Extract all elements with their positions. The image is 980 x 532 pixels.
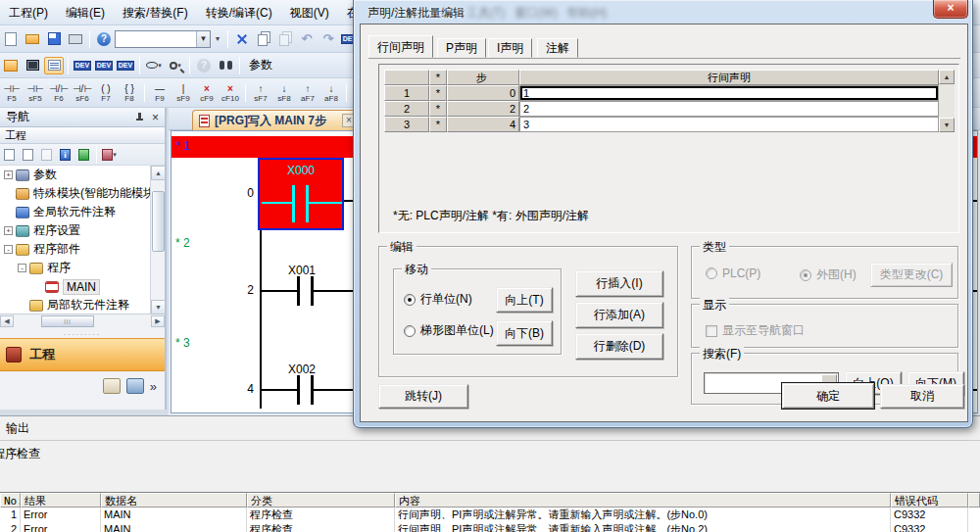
menu-edit[interactable]: 编辑(E): [57, 0, 114, 25]
row-delete-button[interactable]: 行删除(D): [575, 333, 663, 360]
chevron-down-icon[interactable]: ▼: [196, 31, 210, 47]
parallel-closed-contact-button[interactable]: ⊣/⊢sF6: [72, 80, 93, 106]
tree-vertical-scrollbar[interactable]: ▲ ▼: [150, 166, 165, 314]
parallel-falling-pulse-button[interactable]: ↓aF8: [320, 80, 342, 106]
statement-value-input[interactable]: 1: [519, 85, 939, 101]
close-dialog-button[interactable]: ×: [933, 0, 968, 19]
cut-icon[interactable]: [232, 30, 252, 48]
tab-p-statement[interactable]: P声明: [437, 38, 486, 58]
copy-icon[interactable]: [254, 30, 273, 48]
tree-item-program-setting[interactable]: + 程序设置: [0, 221, 165, 240]
menu-project[interactable]: 工程(P): [0, 0, 57, 25]
closed-contact-button[interactable]: ⊣/⊢F6: [48, 80, 70, 106]
ok-button[interactable]: 确定: [782, 383, 874, 409]
cancel-button[interactable]: 取消: [880, 384, 964, 409]
radio-ladder-unit[interactable]: 梯形图单位(L): [404, 322, 494, 339]
grid-row[interactable]: 3 * 4 3 ▼: [384, 117, 955, 132]
close-icon[interactable]: ×: [152, 112, 159, 123]
project-view-button[interactable]: 工程: [0, 338, 165, 371]
horizontal-line-button[interactable]: —F9: [149, 80, 171, 106]
new-file-icon[interactable]: [1, 30, 21, 48]
col-category[interactable]: 分类: [247, 493, 395, 508]
jump-button[interactable]: 跳转(J): [378, 384, 468, 409]
undo-icon[interactable]: ↶: [297, 30, 317, 48]
tree-item-pou[interactable]: - 程序部件: [0, 240, 165, 259]
grid-row[interactable]: 1 * 0 1: [384, 85, 955, 101]
move-down-button[interactable]: 向下(B): [496, 320, 553, 346]
radio-row-unit[interactable]: 行单位(N): [404, 291, 472, 308]
find-icon[interactable]: [216, 57, 235, 74]
move-up-button[interactable]: 向上(T): [496, 287, 553, 313]
row-insert-button[interactable]: 行插入(I): [575, 270, 663, 297]
parallel-rising-pulse-button[interactable]: ↑aF7: [297, 80, 318, 106]
tree-item-global-comment[interactable]: 全局软元件注释: [0, 203, 165, 221]
statement-value-input[interactable]: 2: [519, 101, 939, 117]
table-row[interactable]: 2 Error MAIN 程序检查 行间声明、PI声明或注解异常。请重新输入声明…: [0, 522, 980, 532]
expand-icon[interactable]: +: [4, 226, 13, 235]
print-icon[interactable]: [66, 30, 85, 48]
tab-line-statement[interactable]: 行间声明: [368, 35, 433, 58]
delete-vertical-line-button[interactable]: ×cF10: [220, 80, 241, 106]
expand-icon[interactable]: -: [4, 245, 13, 254]
scroll-down-icon[interactable]: ▼: [151, 300, 166, 314]
scroll-down-icon[interactable]: ▼: [939, 118, 955, 132]
tree-item-program[interactable]: - 程序: [0, 259, 165, 277]
device-display-icon[interactable]: ▾: [144, 57, 164, 74]
col-error-code[interactable]: 错误代码: [891, 493, 968, 508]
connection-destination-icon[interactable]: [126, 378, 144, 394]
scroll-left-icon[interactable]: ◀: [0, 315, 14, 327]
grid-scrollbar-top[interactable]: ▲: [939, 70, 955, 85]
expand-icon[interactable]: -: [18, 264, 26, 272]
scroll-thumb[interactable]: [152, 191, 165, 252]
open-contact-button[interactable]: ⊣⊢F5: [1, 80, 23, 106]
falling-pulse-button[interactable]: ↓sF8: [273, 80, 295, 106]
grid-scrollbar[interactable]: [939, 85, 955, 101]
paste-icon[interactable]: [38, 147, 55, 163]
refresh-icon[interactable]: [75, 147, 92, 163]
tree-item-special-module[interactable]: 特殊模块(智能功能模块: [0, 184, 165, 203]
device-monitor-icon[interactable]: DEV: [116, 57, 135, 74]
col-data-name[interactable]: 数据名: [101, 493, 247, 508]
tree-item-parameter[interactable]: + 参数: [0, 166, 165, 184]
tree-item-local-comment[interactable]: 局部软元件注释: [0, 296, 165, 314]
function-block-icon[interactable]: [23, 57, 42, 74]
pin-icon[interactable]: [135, 113, 144, 121]
tree-item-main[interactable]: MAIN: [0, 277, 165, 296]
redo-icon[interactable]: ↷: [318, 30, 338, 48]
menu-find-replace[interactable]: 搜索/替换(F): [114, 0, 197, 25]
delete-horizontal-line-button[interactable]: ×cF9: [196, 80, 218, 106]
col-content[interactable]: 内容: [395, 493, 891, 508]
panel-splitter[interactable]: .........: [0, 328, 165, 338]
coil-button[interactable]: ( )F7: [95, 80, 117, 106]
paste-icon[interactable]: [275, 30, 295, 48]
user-library-icon[interactable]: [103, 378, 121, 394]
rising-pulse-button[interactable]: ↑sF7: [250, 80, 271, 106]
col-result[interactable]: 结果: [21, 493, 101, 508]
list-view-icon[interactable]: [44, 57, 64, 74]
scroll-right-icon[interactable]: ▶: [151, 315, 165, 327]
device-comment-icon[interactable]: DEV: [73, 57, 92, 74]
menu-convert-compile[interactable]: 转换/编译(C): [197, 0, 281, 25]
device-search-icon[interactable]: ▾: [166, 57, 185, 74]
table-row[interactable]: 1 Error MAIN 程序检查 行间声明、PI声明或注解异常。请重新输入声明…: [0, 508, 980, 522]
selected-contact-cell[interactable]: X000: [258, 158, 344, 230]
vertical-line-button[interactable]: |sF9: [172, 80, 194, 106]
more-views-chevron[interactable]: »: [150, 380, 157, 393]
copy-icon[interactable]: [20, 147, 36, 163]
new-item-icon[interactable]: [1, 147, 18, 163]
save-icon[interactable]: [44, 30, 64, 48]
col-no[interactable]: No.: [0, 493, 21, 508]
scroll-up-icon[interactable]: ▲: [939, 70, 955, 84]
help-icon[interactable]: ?: [94, 30, 114, 48]
tree-horizontal-scrollbar[interactable]: ◀ ||| ▶: [0, 314, 165, 328]
grid-row[interactable]: 2 * 2 2: [384, 101, 955, 117]
property-info-icon[interactable]: i: [57, 147, 74, 163]
help2-icon[interactable]: ?: [194, 57, 214, 74]
tab-note[interactable]: 注解: [537, 38, 578, 58]
tab-i-statement[interactable]: I声明: [488, 38, 532, 58]
expand-icon[interactable]: +: [4, 170, 13, 179]
open-file-icon[interactable]: [23, 30, 42, 48]
sort-icon[interactable]: ▾: [101, 147, 118, 163]
grid-scrollbar-bottom[interactable]: ▼: [939, 117, 955, 132]
parallel-open-contact-button[interactable]: ⊣⊢sF5: [24, 80, 46, 106]
